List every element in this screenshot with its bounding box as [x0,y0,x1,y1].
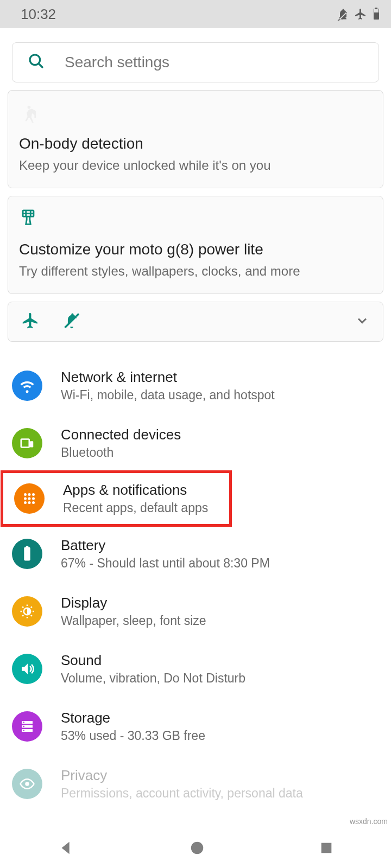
row-network-sub: Wi-Fi, mobile, data usage, and hotspot [61,388,275,403]
svg-point-16 [24,501,27,504]
row-sound-sub: Volume, vibration, Do Not Disturb [61,671,245,686]
expand-icon[interactable] [355,313,370,330]
settings-list: Network & internet Wi-Fi, mobile, data u… [0,357,391,813]
row-sound[interactable]: Sound Volume, vibration, Do Not Disturb [0,640,391,698]
row-network[interactable]: Network & internet Wi-Fi, mobile, data u… [0,357,391,414]
row-storage[interactable]: Storage 53% used - 30.33 GB free [0,698,391,755]
search-placeholder: Search settings [65,54,169,71]
display-icon [12,596,42,627]
row-storage-sub: 53% used - 30.33 GB free [61,729,205,743]
svg-point-36 [25,782,29,787]
brush-icon [19,208,372,231]
row-storage-title: Storage [61,710,205,726]
onbody-title: On-body detection [19,135,372,152]
svg-point-10 [24,493,27,496]
search-icon [28,53,45,72]
status-time: 10:32 [21,6,56,23]
row-devices-title: Connected devices [61,426,181,443]
svg-point-18 [32,501,35,504]
customize-sub: Try different styles, wallpapers, clocks… [19,263,372,279]
svg-rect-2 [374,9,379,12]
svg-rect-19 [24,547,30,561]
svg-point-34 [23,726,25,727]
svg-point-14 [28,497,31,500]
sound-icon [12,654,42,684]
svg-rect-9 [30,442,33,448]
onbody-card[interactable]: On-body detection Keep your device unloc… [8,90,383,188]
svg-point-33 [23,722,25,724]
row-display-sub: Wallpaper, sleep, font size [61,614,206,628]
privacy-icon [12,769,42,799]
battery-status-icon [373,8,380,21]
row-devices[interactable]: Connected devices Bluetooth [0,414,391,472]
dnd-off-icon [336,8,349,21]
row-apps[interactable]: Apps & notifications Recent apps, defaul… [2,472,230,525]
wifi-icon [12,371,42,401]
svg-rect-1 [375,8,377,9]
svg-point-37 [191,842,204,854]
svg-point-17 [28,501,31,504]
devices-icon [12,428,42,458]
row-privacy-title: Privacy [61,767,303,784]
walk-icon [19,103,372,125]
airplane-status-icon [354,8,367,21]
onbody-sub: Keep your device unlocked while it's on … [19,157,372,174]
nav-recent-button[interactable] [319,840,334,858]
battery-icon [12,539,42,569]
row-privacy[interactable]: Privacy Permissions, account activity, p… [0,755,391,813]
nav-back-button[interactable] [57,839,75,859]
svg-line-28 [22,615,23,616]
svg-point-12 [32,493,35,496]
svg-point-11 [28,493,31,496]
svg-point-3 [30,55,40,65]
svg-rect-20 [26,546,29,548]
customize-card[interactable]: Customize your moto g(8) power lite Try … [8,196,383,294]
search-settings[interactable]: Search settings [12,42,379,82]
row-devices-sub: Bluetooth [61,445,181,460]
status-bar: 10:32 [0,0,391,28]
nav-home-button[interactable] [189,840,205,858]
apps-icon [14,483,45,514]
nav-bar [0,830,391,868]
svg-line-29 [31,607,32,608]
quick-toggle-card[interactable] [8,302,383,342]
row-display-title: Display [61,595,206,611]
row-privacy-sub: Permissions, account activity, personal … [61,786,303,801]
svg-line-4 [39,63,43,68]
row-battery[interactable]: Battery 67% - Should last until about 8:… [0,525,391,583]
svg-line-26 [22,607,23,608]
row-battery-title: Battery [61,537,270,554]
svg-point-15 [32,497,35,500]
row-network-title: Network & internet [61,369,275,386]
row-apps-title: Apps & notifications [63,482,208,499]
watermark: wsxdn.com [350,817,388,826]
svg-rect-38 [321,843,332,853]
status-icons [336,8,380,21]
row-apps-sub: Recent apps, default apps [63,501,208,515]
svg-point-5 [28,106,31,109]
svg-point-35 [23,730,25,732]
dnd-toggle-icon[interactable] [62,311,81,332]
svg-point-13 [24,497,27,500]
airplane-toggle-icon[interactable] [21,311,40,332]
row-battery-sub: 67% - Should last until about 8:30 PM [61,556,270,571]
customize-title: Customize your moto g(8) power lite [19,241,372,258]
svg-rect-8 [21,439,29,448]
storage-icon [12,711,42,742]
row-display[interactable]: Display Wallpaper, sleep, font size [0,583,391,640]
svg-line-27 [31,615,32,616]
row-sound-title: Sound [61,652,245,669]
